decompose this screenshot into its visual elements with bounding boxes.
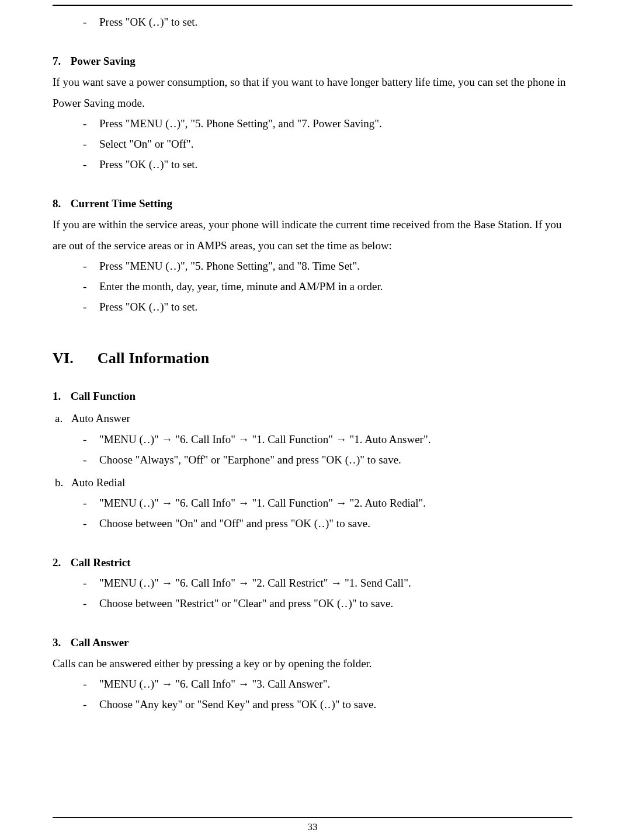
section-2-bullet-2: -Choose between "Restrict" or "Clear" an… <box>81 593 572 614</box>
section-1-b-bullet-1: -"MENU (‥)" → "6. Call Info" → "1. Call … <box>81 493 572 513</box>
dash-icon: - <box>81 429 99 449</box>
section-3-bullet-1: -"MENU (‥)" → "6. Call Info" → "3. Call … <box>81 674 572 694</box>
intro-bullet-text: Press "OK (‥)" to set. <box>99 16 197 28</box>
section-3-bullet-2: -Choose "Any key" or "Send Key" and pres… <box>81 694 572 714</box>
section-1-num: 1. <box>53 387 68 406</box>
section-7-num: 7. <box>53 52 68 71</box>
dash-icon: - <box>81 593 99 614</box>
dash-icon: - <box>81 573 99 593</box>
section-3-bullet-1-text: "MENU (‥)" → "6. Call Info" → "3. Call A… <box>99 678 330 690</box>
section-3-title: Call Answer <box>71 636 129 649</box>
intro-bullet: -Press "OK (‥)" to set. <box>81 12 572 32</box>
section-2-title: Call Restrict <box>71 556 131 569</box>
footer-rule <box>53 817 572 818</box>
section-2-bullet-1: -"MENU (‥)" → "6. Call Info" → "2. Call … <box>81 573 572 593</box>
chapter-title: Call Information <box>98 350 210 367</box>
section-1-a-bullet-1: -"MENU (‥)" → "6. Call Info" → "1. Call … <box>81 429 572 449</box>
section-7-bullet-1-text: Press "MENU (‥)", "5. Phone Setting", an… <box>99 117 382 130</box>
section-8-bullet-1-text: Press "MENU (‥)", "5. Phone Setting", an… <box>99 260 360 272</box>
page-footer: 33 <box>0 817 625 833</box>
dash-icon: - <box>81 12 99 32</box>
section-1-a-bullet-2-text: Choose "Always", "Off" or "Earphone" and… <box>99 454 401 466</box>
section-2-bullet-2-text: Choose between "Restrict" or "Clear" and… <box>99 597 393 609</box>
dash-icon: - <box>81 449 99 470</box>
section-8-num: 8. <box>53 194 68 213</box>
dash-icon: - <box>81 297 99 317</box>
section-1-b-bullet-2-text: Choose between "On" and "Off" and press … <box>99 517 370 529</box>
section-3-num: 3. <box>53 633 68 652</box>
section-7-heading: 7. Power Saving <box>53 52 572 71</box>
section-8-bullet-2: -Enter the month, day, year, time, minut… <box>81 276 572 297</box>
dash-icon: - <box>81 493 99 513</box>
section-3-heading: 3. Call Answer <box>53 633 572 652</box>
section-1-a-bullet-2: -Choose "Always", "Off" or "Earphone" an… <box>81 449 572 470</box>
dash-icon: - <box>81 674 99 694</box>
chapter-heading: VI. Call Information <box>53 350 572 367</box>
section-7-bullet-3-text: Press "OK (‥)" to set. <box>99 158 197 170</box>
section-1-a-text: Auto Answer <box>71 412 130 424</box>
section-2-bullet-1-text: "MENU (‥)" → "6. Call Info" → "2. Call R… <box>99 577 411 589</box>
section-7-bullet-2-text: Select "On" or "Off". <box>99 138 194 150</box>
section-1-b-label: b. <box>55 472 71 493</box>
dash-icon: - <box>81 154 99 175</box>
section-1-a: a.Auto Answer <box>55 408 572 428</box>
section-8-para: If you are within the service areas, you… <box>53 214 572 255</box>
section-8-bullet-2-text: Enter the month, day, year, time, minute… <box>99 280 383 292</box>
dash-icon: - <box>81 276 99 297</box>
section-7-bullet-1: -Press "MENU (‥)", "5. Phone Setting", a… <box>81 113 572 134</box>
section-1-a-label: a. <box>55 408 71 428</box>
dash-icon: - <box>81 513 99 534</box>
section-2-heading: 2. Call Restrict <box>53 553 572 572</box>
dash-icon: - <box>81 134 99 154</box>
section-8-bullet-3: -Press "OK (‥)" to set. <box>81 297 572 317</box>
page-number: 33 <box>0 821 625 833</box>
section-2-num: 2. <box>53 553 68 572</box>
dash-icon: - <box>81 256 99 276</box>
dash-icon: - <box>81 694 99 714</box>
section-7-bullet-2: -Select "On" or "Off". <box>81 134 572 154</box>
section-1-b-bullet-1-text: "MENU (‥)" → "6. Call Info" → "1. Call F… <box>99 497 426 509</box>
section-7-para: If you want save a power consumption, so… <box>53 72 572 113</box>
section-8-heading: 8. Current Time Setting <box>53 194 572 213</box>
section-8-bullet-3-text: Press "OK (‥)" to set. <box>99 301 197 313</box>
chapter-roman: VI. <box>53 350 93 367</box>
section-3-para: Calls can be answered either by pressing… <box>53 653 572 674</box>
section-1-heading: 1. Call Function <box>53 387 572 406</box>
section-3-bullet-2-text: Choose "Any key" or "Send Key" and press… <box>99 698 376 710</box>
dash-icon: - <box>81 113 99 134</box>
section-1-title: Call Function <box>71 390 136 402</box>
section-7-title: Power Saving <box>71 55 136 67</box>
section-1-b-bullet-2: -Choose between "On" and "Off" and press… <box>81 513 572 534</box>
section-1-b: b.Auto Redial <box>55 472 572 493</box>
section-8-title: Current Time Setting <box>71 197 172 210</box>
section-7-bullet-3: -Press "OK (‥)" to set. <box>81 154 572 175</box>
section-8-bullet-1: -Press "MENU (‥)", "5. Phone Setting", a… <box>81 256 572 276</box>
section-1-b-text: Auto Redial <box>71 476 125 489</box>
section-1-a-bullet-1-text: "MENU (‥)" → "6. Call Info" → "1. Call F… <box>99 433 430 445</box>
